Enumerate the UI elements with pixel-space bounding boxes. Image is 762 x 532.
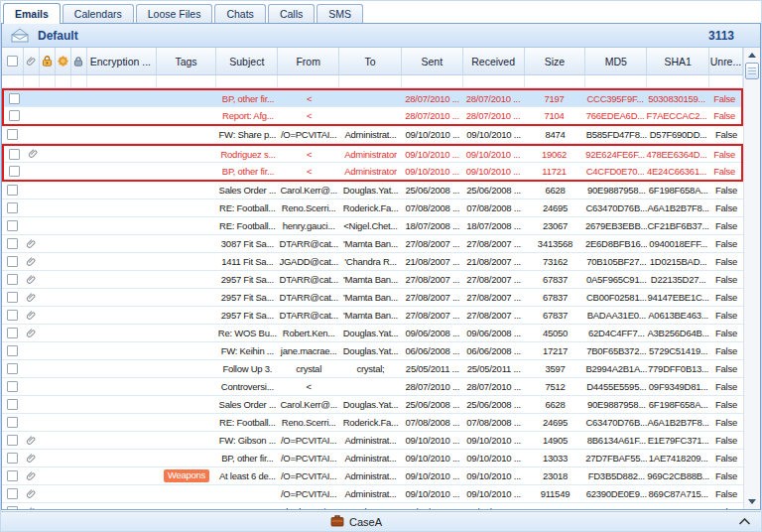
row-checkbox[interactable] bbox=[7, 470, 18, 481]
cell-enc bbox=[40, 235, 56, 252]
tab-sms[interactable]: SMS bbox=[317, 4, 363, 23]
row-checkbox[interactable] bbox=[9, 149, 20, 160]
vertical-scrollbar[interactable] bbox=[743, 48, 760, 509]
email-row[interactable]: RE: Football...Reno.Scerri...Roderick.Fa… bbox=[2, 414, 743, 432]
cell-sent: 09/06/2008 ... bbox=[402, 325, 463, 341]
cell-md5: 8B6134A61F... bbox=[585, 432, 647, 449]
cell-from: DTARR@cat... bbox=[278, 235, 339, 252]
email-row[interactable]: 2957 Fit Sa...DTARR@cat...'Mamta Ban...2… bbox=[2, 271, 743, 289]
email-row[interactable]: Follow Up 3.crystalcrystal;25/05/2011 ..… bbox=[2, 360, 743, 378]
cell-signed bbox=[56, 126, 71, 143]
column-header-sent[interactable]: Sent bbox=[402, 48, 463, 74]
email-row[interactable]: FW: Keihin ...jane.macrae...Douglas.Yat.… bbox=[2, 342, 743, 360]
tab-calls[interactable]: Calls bbox=[268, 4, 315, 23]
scroll-up-button[interactable] bbox=[745, 49, 759, 62]
column-header-tags[interactable]: Tags bbox=[157, 48, 217, 74]
email-row[interactable]: FW: Gibson .../O=PCVITAI...Administrat..… bbox=[2, 432, 743, 450]
row-checkbox[interactable] bbox=[9, 166, 20, 177]
cell-received: 18/07/2008 ... bbox=[463, 217, 525, 234]
chevron-up-icon[interactable] bbox=[737, 517, 752, 526]
cell-lock bbox=[72, 163, 88, 180]
row-checkbox[interactable] bbox=[7, 363, 18, 374]
column-header-signed[interactable] bbox=[56, 48, 71, 74]
tab-emails[interactable]: Emails bbox=[3, 3, 61, 24]
attachment-icon bbox=[26, 470, 37, 482]
email-row[interactable]: Report: Afg...<28/07/2010 ...28/07/2010 … bbox=[4, 107, 741, 124]
case-item[interactable]: CaseA bbox=[330, 514, 382, 529]
tab-calendars[interactable]: Calendars bbox=[63, 4, 134, 23]
row-checkbox[interactable] bbox=[7, 220, 18, 231]
email-row[interactable]: RE: Football...Reno.Scerri...Roderick.Fa… bbox=[2, 200, 743, 217]
column-header-enc[interactable] bbox=[40, 48, 56, 74]
scrollbar-thumb[interactable] bbox=[745, 63, 759, 79]
row-checkbox[interactable] bbox=[7, 435, 18, 446]
column-header-size[interactable]: Size bbox=[525, 48, 586, 74]
email-row[interactable]: Sales Order ...Carol.Kerr@...Douglas.Yat… bbox=[2, 182, 743, 200]
row-checkbox[interactable] bbox=[7, 417, 18, 428]
cell-received: 25/06/2008 ... bbox=[463, 396, 525, 413]
row-checkbox[interactable] bbox=[7, 345, 18, 356]
cell-to: Douglas.Yat... bbox=[339, 342, 402, 359]
column-header-attach[interactable] bbox=[24, 48, 40, 74]
column-header-unread[interactable]: Unre... bbox=[709, 48, 743, 74]
email-row[interactable]: FW: Share p.../O=PCVITAI...Administrat..… bbox=[2, 126, 743, 144]
row-checkbox[interactable] bbox=[7, 185, 18, 196]
email-row[interactable]: Controversi...<28/07/2010 ...28/07/2010 … bbox=[2, 378, 743, 396]
row-checkbox[interactable] bbox=[7, 129, 18, 140]
cell-to: Douglas.Yat... bbox=[339, 503, 402, 509]
select-all-checkbox[interactable] bbox=[7, 56, 18, 66]
column-header-lock[interactable] bbox=[71, 48, 87, 74]
cell-subject: Sales Order ... bbox=[216, 396, 278, 413]
row-checkbox[interactable] bbox=[7, 292, 18, 303]
row-checkbox[interactable] bbox=[7, 399, 18, 410]
column-header-sha1[interactable]: SHA1 bbox=[647, 48, 709, 74]
email-row[interactable]: BP, other fir...<28/07/2010 ...28/07/201… bbox=[4, 90, 741, 107]
cell-tags bbox=[158, 163, 218, 180]
email-row[interactable]: BP, other fir.../O=PCVITAI...Administrat… bbox=[2, 450, 743, 467]
column-header-md5[interactable]: MD5 bbox=[585, 48, 647, 74]
cell-md5: B585FD47F8... bbox=[585, 126, 647, 143]
column-header-sel[interactable] bbox=[2, 48, 24, 74]
email-row[interactable]: Rodriguez s...<Administrator09/10/2010 .… bbox=[4, 146, 741, 163]
cell-from: crystal bbox=[278, 360, 339, 377]
scroll-down-button[interactable] bbox=[745, 495, 759, 508]
email-row[interactable]: 1411 Fit Sa...JGADD@cat...'Chandra R...2… bbox=[2, 253, 743, 271]
tab-chats[interactable]: Chats bbox=[214, 4, 265, 23]
email-row[interactable]: 2957 Fit Sa...DTARR@cat...'Mamta Ban...2… bbox=[2, 307, 743, 325]
row-checkbox[interactable] bbox=[7, 488, 18, 499]
email-row[interactable]: /O=PCVITAI...Administrat...09/10/2010 ..… bbox=[2, 485, 743, 503]
briefcase-icon bbox=[330, 514, 344, 529]
filter-cell-signed bbox=[56, 75, 71, 87]
cell-attach bbox=[24, 450, 40, 466]
email-row[interactable]: Sales Order ...Carol.Kerr@...Douglas.Yat… bbox=[2, 396, 743, 414]
row-checkbox[interactable] bbox=[9, 93, 20, 104]
column-header-from[interactable]: From bbox=[278, 48, 339, 74]
column-header-received[interactable]: Received bbox=[463, 48, 525, 74]
row-checkbox[interactable] bbox=[7, 274, 18, 285]
column-header-encryption[interactable]: Encryption ... bbox=[87, 48, 157, 74]
row-checkbox[interactable] bbox=[7, 310, 18, 321]
email-row[interactable]: RE: Football...henry.gauci...<Nigel.Chet… bbox=[2, 217, 743, 235]
filter-cell-enc bbox=[40, 75, 56, 87]
email-row[interactable]: WeaponsAt least 6 de.../O=PCVITAI...Admi… bbox=[2, 467, 743, 485]
email-row[interactable]: RE: DGI 948...Charlotte.Pip...Douglas.Ya… bbox=[2, 503, 743, 509]
email-row[interactable]: 3087 Fit Sa...DTARR@cat...'Mamta Ban...2… bbox=[2, 235, 743, 253]
row-checkbox[interactable] bbox=[9, 110, 20, 121]
email-row[interactable]: BP, other fir...<Administrator09/10/2010… bbox=[4, 163, 741, 180]
row-checkbox[interactable] bbox=[7, 506, 18, 509]
row-checkbox[interactable] bbox=[7, 381, 18, 392]
row-checkbox[interactable] bbox=[7, 238, 18, 249]
email-row[interactable]: 2957 Fit Sa...DTARR@cat...'Mamta Ban...2… bbox=[2, 289, 743, 307]
column-header-subject[interactable]: Subject bbox=[216, 48, 278, 74]
row-checkbox[interactable] bbox=[7, 202, 18, 213]
email-row[interactable]: Re: WOS Bu...Robert.Ken...Douglas.Yat...… bbox=[2, 325, 743, 342]
cell-subject: RE: Football... bbox=[216, 217, 278, 234]
row-checkbox[interactable] bbox=[7, 328, 18, 338]
filter-cell-unread bbox=[709, 75, 743, 87]
column-header-to[interactable]: To bbox=[339, 48, 402, 74]
section-header[interactable]: Default 3113 bbox=[2, 24, 760, 48]
row-checkbox[interactable] bbox=[7, 256, 18, 267]
cell-to bbox=[339, 107, 402, 124]
row-checkbox[interactable] bbox=[7, 453, 18, 464]
tab-loose-files[interactable]: Loose Files bbox=[136, 4, 213, 23]
